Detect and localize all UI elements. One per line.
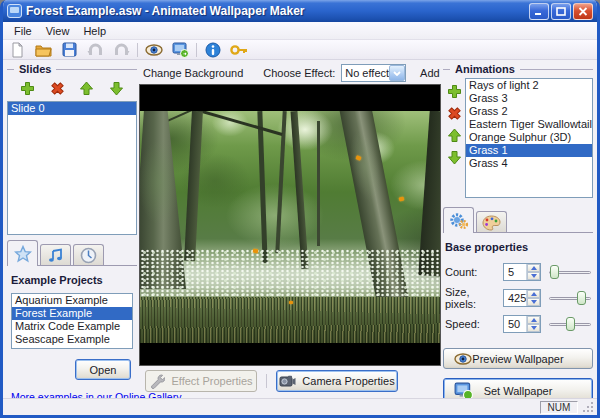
key-icon (230, 44, 248, 56)
animations-panel: Animations Rays of light 2 Grass 3 Grass… (443, 62, 593, 396)
tab-color-properties[interactable] (476, 211, 507, 233)
redo-icon (113, 42, 130, 57)
choose-effect-label: Choose Effect: (263, 67, 335, 79)
example-item[interactable]: Matrix Code Example (12, 320, 132, 333)
wallpaper-preview[interactable] (139, 84, 441, 366)
tab-base-properties[interactable] (443, 207, 474, 233)
toolbar-separator (137, 43, 138, 57)
spin-up-icon[interactable] (527, 290, 540, 298)
animation-item[interactable]: Grass 2 (466, 105, 592, 118)
right-tabs (443, 207, 593, 233)
info-icon (205, 42, 221, 58)
base-properties-title: Base properties (445, 241, 591, 253)
camera-icon (279, 375, 296, 387)
delete-animation-icon[interactable] (447, 106, 462, 121)
slide-list-item[interactable]: Slide 0 (8, 102, 136, 115)
animations-group-header: Animations (443, 62, 593, 76)
preview-wallpaper-button[interactable]: Preview Wallpaper (443, 348, 593, 369)
title-bar[interactable]: Forest Example.asw - Animated Wallpaper … (3, 0, 597, 22)
butterfly (253, 249, 259, 254)
size-spinner[interactable]: 425 (503, 289, 541, 307)
spin-down-icon[interactable] (527, 324, 540, 332)
spin-down-icon[interactable] (527, 272, 540, 280)
left-tabs (7, 240, 137, 266)
gear-icon (449, 212, 469, 230)
bar-separator (266, 374, 267, 388)
toolbar (3, 40, 597, 60)
delete-slide-icon[interactable] (50, 81, 65, 96)
butterfly (399, 196, 405, 201)
speed-spinner[interactable]: 50 (503, 315, 541, 333)
tab-example-projects[interactable] (7, 240, 38, 266)
move-animation-up-icon[interactable] (447, 128, 462, 143)
butterfly (289, 301, 293, 304)
set-wallpaper-button[interactable]: Set Wallpaper (443, 378, 593, 398)
add-animation-label[interactable]: Add Anima (420, 67, 441, 79)
forest-image (140, 111, 440, 343)
set-wallpaper-tool-button[interactable] (169, 41, 191, 59)
new-file-icon (10, 42, 25, 58)
license-key-button[interactable] (228, 41, 250, 59)
toolbar-separator (196, 43, 197, 57)
resize-grip[interactable] (582, 401, 595, 414)
online-gallery-link[interactable]: More examples in our Online Gallery (11, 391, 133, 398)
slides-panel: Slides Slide 0 (7, 62, 137, 396)
animation-item[interactable]: Grass 4 (466, 157, 592, 170)
move-animation-down-icon[interactable] (447, 150, 462, 165)
size-label: Size, pixels: (445, 286, 503, 310)
star-icon (14, 245, 32, 263)
animations-list[interactable]: Rays of light 2 Grass 3 Grass 2 Eastern … (465, 78, 593, 198)
tab-music[interactable] (40, 244, 71, 266)
tab-timer[interactable] (73, 244, 104, 266)
example-projects-list[interactable]: Aquarium Example Forest Example Matrix C… (11, 293, 133, 349)
preview-wallpaper-tool-button[interactable] (143, 41, 165, 59)
info-button[interactable] (202, 41, 224, 59)
animation-item[interactable]: Rays of light 2 (466, 79, 592, 92)
slides-list[interactable]: Slide 0 (7, 101, 137, 235)
spin-down-icon[interactable] (527, 298, 540, 306)
add-slide-icon[interactable] (20, 81, 35, 96)
animation-item[interactable]: Orange Sulphur (3D) (466, 131, 592, 144)
add-animation-icon[interactable] (447, 84, 462, 99)
spin-up-icon[interactable] (527, 316, 540, 324)
open-file-button[interactable] (32, 41, 54, 59)
example-projects-title: Example Projects (11, 274, 133, 286)
app-window: Forest Example.asw - Animated Wallpaper … (0, 0, 600, 418)
menu-file[interactable]: File (7, 24, 39, 38)
move-slide-down-icon[interactable] (109, 81, 124, 96)
effect-combobox[interactable]: No effect (341, 64, 406, 82)
open-button[interactable]: Open (75, 359, 131, 380)
animation-item[interactable]: Grass 3 (466, 92, 592, 105)
effect-properties-button[interactable]: Effect Properties (145, 370, 257, 392)
slide-buttons (7, 76, 137, 100)
music-note-icon (48, 248, 64, 264)
example-item[interactable]: Aquarium Example (12, 294, 132, 307)
chevron-down-icon[interactable] (389, 65, 405, 81)
count-slider[interactable] (549, 264, 591, 280)
move-slide-up-icon[interactable] (79, 81, 94, 96)
animation-item[interactable]: Eastern Tiger Swallowtail (3D) (466, 118, 592, 131)
undo-button[interactable] (84, 41, 106, 59)
count-spinner[interactable]: 5 (503, 263, 541, 281)
open-folder-icon (35, 43, 52, 57)
menu-help[interactable]: Help (76, 24, 113, 38)
maximize-button[interactable] (551, 3, 571, 20)
clock-icon (80, 247, 97, 264)
minimize-button[interactable] (529, 3, 549, 20)
count-label: Count: (445, 266, 503, 278)
animation-item[interactable]: Grass 1 (466, 144, 592, 157)
menu-view[interactable]: View (39, 24, 77, 38)
new-file-button[interactable] (6, 41, 28, 59)
speed-label: Speed: (445, 318, 503, 330)
camera-properties-button[interactable]: Camera Properties (276, 370, 398, 392)
speed-slider[interactable] (549, 316, 591, 332)
redo-button[interactable] (110, 41, 132, 59)
size-slider[interactable] (549, 290, 591, 306)
close-button[interactable] (573, 3, 593, 20)
example-item[interactable]: Forest Example (12, 307, 132, 320)
change-background-label[interactable]: Change Background (143, 67, 243, 79)
example-item[interactable]: Seascape Example (12, 333, 132, 346)
spin-up-icon[interactable] (527, 264, 540, 272)
save-button[interactable] (58, 41, 80, 59)
preview-column: Change Background Choose Effect: No effe… (139, 62, 441, 396)
